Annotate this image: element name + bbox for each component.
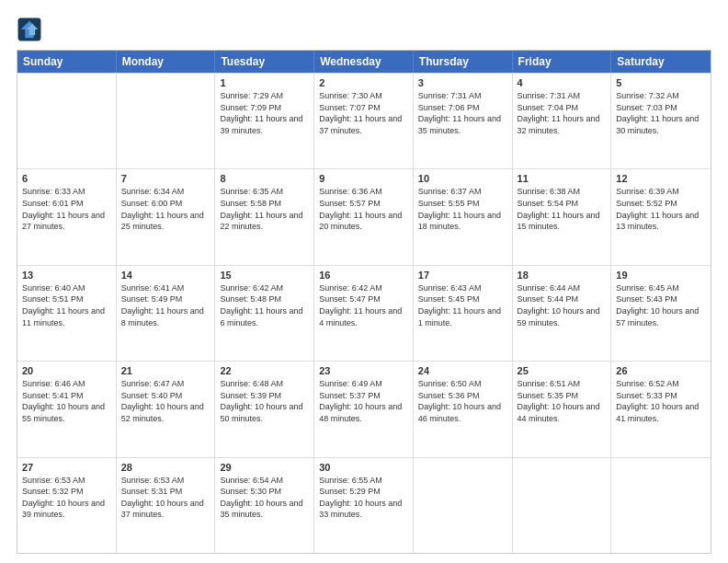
day-info: Sunrise: 6:33 AMSunset: 6:01 PMDaylight:…	[22, 186, 111, 232]
calendar-header-cell: Monday	[117, 51, 216, 73]
logo	[17, 17, 46, 42]
day-number: 2	[319, 77, 408, 88]
day-number: 22	[220, 365, 309, 376]
day-info: Sunrise: 6:41 AMSunset: 5:49 PMDaylight:…	[121, 282, 210, 328]
calendar-body: 1Sunrise: 7:29 AMSunset: 7:09 PMDaylight…	[17, 73, 711, 553]
calendar-row: 20Sunrise: 6:46 AMSunset: 5:41 PMDayligh…	[17, 361, 711, 456]
calendar-cell: 25Sunrise: 6:51 AMSunset: 5:35 PMDayligh…	[513, 362, 612, 456]
calendar-row: 6Sunrise: 6:33 AMSunset: 6:01 PMDaylight…	[17, 168, 711, 264]
day-info: Sunrise: 6:49 AMSunset: 5:37 PMDaylight:…	[319, 378, 408, 424]
day-number: 20	[22, 365, 111, 376]
calendar-cell: 7Sunrise: 6:34 AMSunset: 6:00 PMDaylight…	[117, 169, 216, 264]
calendar-cell: 26Sunrise: 6:52 AMSunset: 5:33 PMDayligh…	[611, 362, 711, 456]
day-number: 30	[319, 462, 408, 473]
calendar-cell	[17, 74, 117, 168]
day-number: 11	[518, 173, 607, 184]
calendar-cell: 4Sunrise: 7:31 AMSunset: 7:04 PMDaylight…	[513, 74, 612, 168]
day-number: 28	[121, 462, 210, 473]
calendar-header-cell: Wednesday	[314, 51, 414, 73]
calendar-cell: 16Sunrise: 6:42 AMSunset: 5:47 PMDayligh…	[314, 266, 414, 361]
day-number: 17	[418, 270, 507, 281]
day-info: Sunrise: 7:29 AMSunset: 7:09 PMDaylight:…	[220, 90, 309, 136]
day-number: 8	[220, 173, 309, 184]
day-info: Sunrise: 6:52 AMSunset: 5:33 PMDaylight:…	[616, 378, 706, 424]
day-info: Sunrise: 7:32 AMSunset: 7:03 PMDaylight:…	[616, 90, 706, 136]
calendar-cell: 17Sunrise: 6:43 AMSunset: 5:45 PMDayligh…	[414, 266, 513, 361]
day-info: Sunrise: 6:53 AMSunset: 5:32 PMDaylight:…	[22, 475, 111, 521]
calendar-cell: 10Sunrise: 6:37 AMSunset: 5:55 PMDayligh…	[414, 169, 513, 264]
day-number: 26	[616, 365, 706, 376]
day-number: 16	[319, 270, 408, 281]
logo-icon	[17, 17, 42, 42]
calendar-cell: 9Sunrise: 6:36 AMSunset: 5:57 PMDaylight…	[314, 169, 414, 264]
calendar-header-cell: Saturday	[611, 51, 711, 73]
calendar-cell: 21Sunrise: 6:47 AMSunset: 5:40 PMDayligh…	[117, 362, 216, 456]
day-number: 4	[518, 77, 607, 88]
day-number: 14	[121, 270, 210, 281]
day-number: 10	[418, 173, 507, 184]
calendar-cell: 15Sunrise: 6:42 AMSunset: 5:48 PMDayligh…	[215, 266, 314, 361]
day-info: Sunrise: 6:53 AMSunset: 5:31 PMDaylight:…	[121, 475, 210, 521]
day-info: Sunrise: 6:37 AMSunset: 5:55 PMDaylight:…	[418, 186, 507, 232]
day-info: Sunrise: 6:42 AMSunset: 5:48 PMDaylight:…	[220, 282, 309, 328]
calendar-cell: 19Sunrise: 6:45 AMSunset: 5:43 PMDayligh…	[611, 266, 711, 361]
day-number: 6	[22, 173, 111, 184]
day-info: Sunrise: 7:31 AMSunset: 7:06 PMDaylight:…	[418, 90, 507, 136]
calendar-cell: 29Sunrise: 6:54 AMSunset: 5:30 PMDayligh…	[215, 458, 314, 553]
day-number: 15	[220, 270, 309, 281]
header	[17, 17, 711, 42]
day-number: 18	[518, 270, 607, 281]
day-info: Sunrise: 6:40 AMSunset: 5:51 PMDaylight:…	[22, 282, 111, 328]
calendar-cell: 23Sunrise: 6:49 AMSunset: 5:37 PMDayligh…	[314, 362, 414, 456]
calendar-header: SundayMondayTuesdayWednesdayThursdayFrid…	[17, 51, 711, 73]
day-number: 3	[418, 77, 507, 88]
day-number: 7	[121, 173, 210, 184]
calendar-cell: 12Sunrise: 6:39 AMSunset: 5:52 PMDayligh…	[611, 169, 711, 264]
day-number: 23	[319, 365, 408, 376]
day-number: 1	[220, 77, 309, 88]
day-number: 27	[22, 462, 111, 473]
day-number: 9	[319, 173, 408, 184]
day-number: 13	[22, 270, 111, 281]
day-info: Sunrise: 6:46 AMSunset: 5:41 PMDaylight:…	[22, 378, 111, 424]
day-info: Sunrise: 6:38 AMSunset: 5:54 PMDaylight:…	[518, 186, 607, 232]
day-info: Sunrise: 6:45 AMSunset: 5:43 PMDaylight:…	[616, 282, 706, 328]
calendar-header-cell: Friday	[513, 51, 612, 73]
day-info: Sunrise: 6:50 AMSunset: 5:36 PMDaylight:…	[418, 378, 507, 424]
day-number: 21	[121, 365, 210, 376]
calendar-cell	[611, 458, 711, 553]
day-number: 25	[518, 365, 607, 376]
day-info: Sunrise: 6:44 AMSunset: 5:44 PMDaylight:…	[518, 282, 607, 328]
day-info: Sunrise: 6:42 AMSunset: 5:47 PMDaylight:…	[319, 282, 408, 328]
day-info: Sunrise: 7:30 AMSunset: 7:07 PMDaylight:…	[319, 90, 408, 136]
day-info: Sunrise: 6:55 AMSunset: 5:29 PMDaylight:…	[319, 475, 408, 521]
calendar-cell: 22Sunrise: 6:48 AMSunset: 5:39 PMDayligh…	[215, 362, 314, 456]
day-number: 29	[220, 462, 309, 473]
page: SundayMondayTuesdayWednesdayThursdayFrid…	[0, 0, 728, 563]
day-info: Sunrise: 6:51 AMSunset: 5:35 PMDaylight:…	[518, 378, 607, 424]
calendar-cell	[513, 458, 612, 553]
calendar-cell: 18Sunrise: 6:44 AMSunset: 5:44 PMDayligh…	[513, 266, 612, 361]
calendar-row: 27Sunrise: 6:53 AMSunset: 5:32 PMDayligh…	[17, 457, 711, 553]
day-info: Sunrise: 6:48 AMSunset: 5:39 PMDaylight:…	[220, 378, 309, 424]
calendar: SundayMondayTuesdayWednesdayThursdayFrid…	[17, 50, 711, 554]
calendar-cell	[117, 74, 216, 168]
calendar-cell: 11Sunrise: 6:38 AMSunset: 5:54 PMDayligh…	[513, 169, 612, 264]
day-info: Sunrise: 6:43 AMSunset: 5:45 PMDaylight:…	[418, 282, 507, 328]
day-number: 12	[616, 173, 706, 184]
calendar-cell: 6Sunrise: 6:33 AMSunset: 6:01 PMDaylight…	[17, 169, 117, 264]
calendar-cell: 5Sunrise: 7:32 AMSunset: 7:03 PMDaylight…	[611, 74, 711, 168]
calendar-header-cell: Sunday	[17, 51, 117, 73]
calendar-cell: 20Sunrise: 6:46 AMSunset: 5:41 PMDayligh…	[17, 362, 117, 456]
calendar-cell: 14Sunrise: 6:41 AMSunset: 5:49 PMDayligh…	[117, 266, 216, 361]
calendar-cell: 30Sunrise: 6:55 AMSunset: 5:29 PMDayligh…	[314, 458, 414, 553]
day-info: Sunrise: 6:36 AMSunset: 5:57 PMDaylight:…	[319, 186, 408, 232]
day-info: Sunrise: 6:34 AMSunset: 6:00 PMDaylight:…	[121, 186, 210, 232]
calendar-header-cell: Tuesday	[215, 51, 314, 73]
day-info: Sunrise: 6:54 AMSunset: 5:30 PMDaylight:…	[220, 475, 309, 521]
calendar-row: 1Sunrise: 7:29 AMSunset: 7:09 PMDaylight…	[17, 73, 711, 168]
day-number: 24	[418, 365, 507, 376]
calendar-cell: 28Sunrise: 6:53 AMSunset: 5:31 PMDayligh…	[117, 458, 216, 553]
day-number: 19	[616, 270, 706, 281]
calendar-cell: 13Sunrise: 6:40 AMSunset: 5:51 PMDayligh…	[17, 266, 117, 361]
